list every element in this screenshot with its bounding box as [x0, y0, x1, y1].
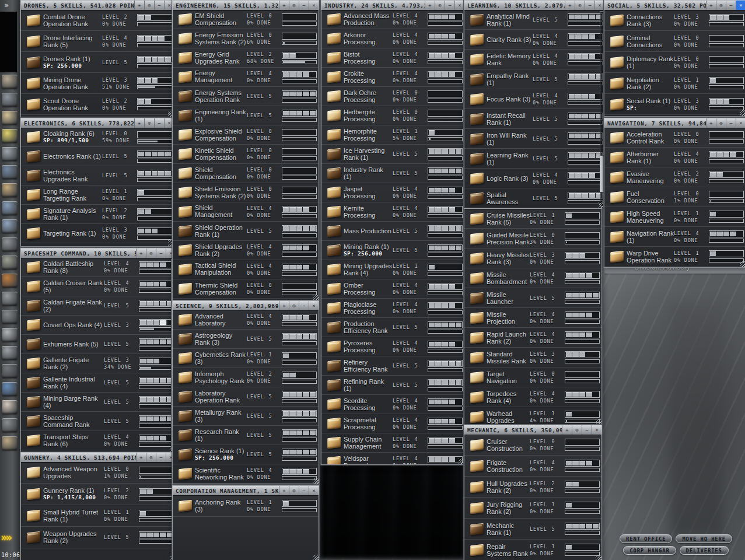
skill-row[interactable]: Jury Rigging Rank (2)LEVEL10% DONE [464, 498, 601, 519]
skill-row[interactable]: Target NavigationLEVEL00% DONE [464, 368, 601, 387]
close-button[interactable]: × [454, 1, 464, 10]
skill-row[interactable]: Shield Emission Systems Rank (2)LEVEL00%… [173, 183, 319, 202]
titlebar-spaceship-command[interactable]: SPACESHIP COMMAND, 10 SKILLS, 5,0✳⊙−× [21, 249, 176, 258]
skill-row[interactable]: Refinery Efficiency RankLEVEL5 [321, 356, 464, 376]
skill-row[interactable]: Mining Upgrades Rank (4)LEVEL10% DONE [321, 260, 464, 279]
skill-row[interactable]: Mass ProductionLEVEL5 [321, 222, 464, 241]
skill-row[interactable]: Production Efficiency RankLEVEL5 [321, 318, 464, 337]
close-button[interactable]: × [736, 1, 745, 10]
fitting-icon[interactable] [2, 256, 18, 270]
minimize-button[interactable]: − [154, 1, 164, 10]
minimize-button[interactable]: − [299, 301, 309, 310]
resize-grip[interactable] [740, 110, 745, 116]
skill-row[interactable]: Small Hybrid Turret Rank (1)LEVEL10% DON… [21, 505, 176, 527]
close-button[interactable]: × [736, 118, 745, 128]
pin-button[interactable]: ✳ [706, 1, 716, 10]
titlebar-learning[interactable]: LEARNING, 10 SKILLS, 2,079,060✳⊙−× [464, 1, 604, 10]
skill-row[interactable]: Transport Ships Rank (6)LEVEL40% DONE [21, 431, 176, 450]
close-button[interactable]: × [594, 1, 604, 10]
skill-row[interactable]: Fuel ConservationLEVEL01% DONE [604, 187, 745, 207]
skill-row[interactable]: Pyroxeres ProcessingLEVEL40% DONE [321, 337, 464, 356]
skill-row[interactable]: Missile ProjectionLEVEL40% DONE [464, 308, 601, 328]
compress-button[interactable]: ⊙ [289, 1, 299, 10]
titlebar-navigation[interactable]: NAVIGATION, 7 SKILLS, 94,849 POIN✳⊙−× [604, 118, 745, 128]
resize-grip[interactable] [596, 555, 601, 560]
skill-row[interactable]: Frigate ConstructionLEVEL40% DONE [464, 456, 601, 477]
titlebar-engineering[interactable]: ENGINEERING, 15 SKILLS, 1,322,933 P✳⊙−× [173, 1, 319, 10]
skill-row[interactable]: Jaspet ProcessingLEVEL40% DONE [321, 183, 464, 202]
skill-row[interactable]: Standard Missiles RankLEVEL30% DONE [464, 348, 601, 368]
skill-row[interactable]: Exhumers Rank (5)LEVEL5 [21, 335, 176, 354]
skill-row[interactable]: Industry Rank (1)LEVEL5 [321, 164, 464, 183]
skill-row[interactable]: Afterburner Rank (1)LEVEL40% DONE [604, 148, 745, 167]
skill-row[interactable]: Dark Ochre ProcessingLEVEL00% DONE [321, 87, 464, 106]
skill-row[interactable]: Heavy Missiles Rank (3)LEVEL30% DONE [464, 249, 601, 268]
titlebar-science[interactable]: SCIENCE, 9 SKILLS, 2,803,969 POINTS✳⊙−× [173, 301, 319, 311]
compress-button[interactable]: ⊙ [144, 118, 154, 128]
titlebar-gunnery[interactable]: GUNNERY, 4 SKILLS, 513,694 POINTS✳⊙−× [21, 453, 176, 463]
skill-row[interactable]: Crokite ProcessingLEVEL40% DONE [321, 68, 464, 87]
skill-row[interactable]: Navigation Rank (1)LEVEL40% DONE [604, 227, 745, 247]
skill-row[interactable]: Hull Upgrades Rank (2)LEVEL20% DONE [464, 477, 601, 498]
skill-row[interactable]: Hedbergite ProcessingLEVEL00% DONE [321, 106, 464, 125]
skill-row[interactable]: Research Rank (1)LEVEL5 [173, 426, 319, 445]
pin-button[interactable]: ✳ [565, 1, 575, 10]
minimize-button[interactable]: − [299, 486, 309, 495]
skill-row[interactable]: Torpedoes Rank (4)LEVEL40% DONE [464, 387, 601, 407]
skill-row[interactable]: Clarity Rank (3)LEVEL40% DONE [464, 30, 604, 50]
pin-button[interactable]: ✳ [136, 453, 146, 462]
skill-row[interactable]: Mining Drone Operation RankLEVEL351% DON… [21, 73, 174, 94]
skill-row[interactable]: Weapon Upgrades Rank (2)LEVEL5 [21, 527, 176, 548]
minimize-button[interactable]: − [299, 1, 309, 10]
skill-row[interactable]: Cloaking Rank (6)SP: 899/1,500LEVEL059% … [21, 128, 174, 147]
skill-row[interactable]: EM Shield CompensationLEVEL00% DONE [173, 10, 319, 29]
portrait-icon[interactable] [2, 400, 18, 414]
skill-row[interactable]: Infomorph Psychology RankLEVEL20% DONE [173, 368, 319, 387]
skill-row[interactable]: Anchoring Rank (3)LEVEL10% DONE [173, 495, 319, 517]
skill-row[interactable]: Mechanic Rank (1)LEVEL5 [464, 519, 601, 540]
skill-row[interactable]: Covert Ops Rank (4)LEVEL3 [21, 316, 176, 335]
skill-row[interactable]: Scientific Networking RankLEVEL40% DONE [173, 464, 319, 484]
skill-row[interactable]: Laboratory Operation RankLEVEL5 [173, 387, 319, 407]
close-button[interactable]: × [309, 486, 319, 495]
minimize-button[interactable]: − [582, 425, 592, 435]
skill-row[interactable]: Spaceship Command RankLEVEL5 [21, 412, 176, 431]
skill-row[interactable]: Spatial AwarenessLEVEL5 [464, 188, 604, 208]
skill-row[interactable]: Cybernetics Rank (3)LEVEL10% DONE [173, 349, 319, 368]
skill-row[interactable]: Kinetic Shield CompensationLEVEL00% DONE [173, 145, 319, 164]
titlebar-corporation-management[interactable]: CORPORATION MANAGEMENT, 1 SKILL,✳⊙−× [173, 486, 319, 496]
skill-row[interactable]: Analytical Mind Rank (1)LEVEL5 [464, 10, 604, 30]
skill-row[interactable]: Connections Rank (3)LEVEL30% DONE [604, 10, 745, 31]
cargo-icon[interactable] [2, 436, 18, 450]
skill-row[interactable]: Eidetic Memory RankLEVEL40% DONE [464, 50, 604, 69]
rent-office-button[interactable]: RENT OFFICE [620, 534, 672, 543]
minimize-button[interactable]: − [726, 1, 736, 10]
pin-button[interactable]: ✳ [279, 301, 289, 310]
skill-row[interactable]: Focus Rank (3)LEVEL40% DONE [464, 89, 604, 109]
titlebar-industry[interactable]: INDUSTRY, 24 SKILLS, 4,793,322 P✳⊙−× [321, 1, 464, 10]
journal-icon[interactable] [2, 183, 18, 197]
star-map-icon[interactable] [2, 219, 18, 233]
skill-row[interactable]: Metallurgy Rank (3)LEVEL5 [173, 407, 319, 426]
corporation-icon[interactable] [2, 310, 18, 324]
resize-grip[interactable] [740, 261, 745, 267]
skill-row[interactable]: Energy Systems Operation RankLEVEL5 [173, 87, 319, 106]
expand-chevron-icon[interactable]: » [4, 1, 9, 9]
pin-button[interactable]: ✳ [706, 118, 716, 128]
minimize-button[interactable]: − [726, 118, 736, 128]
skill-row[interactable]: Shield Operation Rank (1)LEVEL5 [173, 222, 319, 241]
ship-hangar-icon[interactable] [2, 292, 18, 306]
skill-row[interactable]: Gallente Industrial Rank (4)LEVEL5 [21, 373, 176, 393]
compress-button[interactable]: ⊙ [575, 1, 585, 10]
skill-row[interactable]: Electronics Rank (1)LEVEL5 [21, 147, 174, 166]
skill-row[interactable]: Energy Grid Upgrades RankLEVEL268% DONE [173, 48, 319, 68]
compress-button[interactable]: ⊙ [289, 486, 299, 495]
skill-row[interactable]: Iron Will Rank (1)LEVEL5 [464, 129, 604, 149]
skill-row[interactable]: Shield CompensationLEVEL00% DONE [173, 164, 319, 183]
skill-row[interactable]: Veldspar ProcessingLEVEL40% DONE [321, 453, 464, 464]
compress-button[interactable]: ⊙ [146, 249, 156, 258]
skill-row[interactable]: Tactical Shield Manipulation RankLEVEL40… [173, 260, 319, 279]
compress-button[interactable]: ⊙ [716, 1, 726, 10]
skill-row[interactable]: Ice Harvesting Rank (1)LEVEL5 [321, 145, 464, 164]
expand-chevrons-icon[interactable]: »» [1, 531, 11, 544]
